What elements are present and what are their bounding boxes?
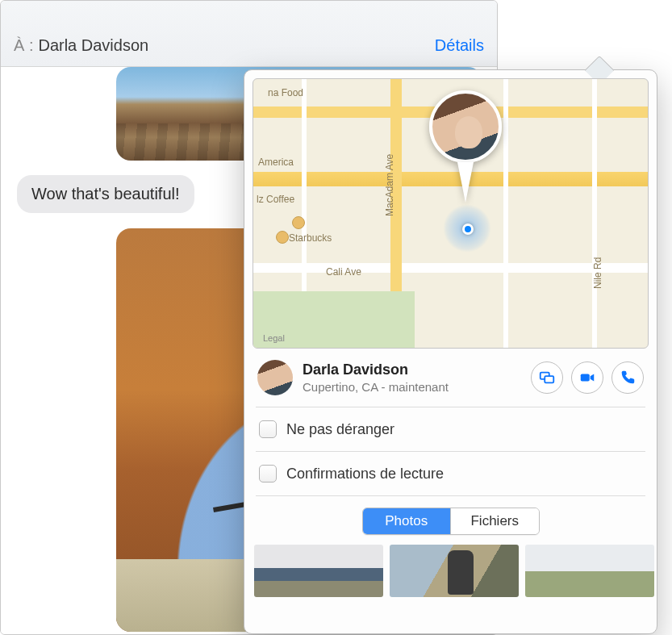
tab-photos[interactable]: Photos [363, 508, 451, 534]
map-legal-link[interactable]: Legal [263, 333, 285, 343]
tab-files[interactable]: Fichiers [450, 508, 539, 534]
svg-rect-2 [581, 374, 590, 381]
contact-location-status: Cupertino, CA - maintenant [303, 380, 531, 394]
option-label: Confirmations de lecture [286, 466, 444, 483]
recipient-name[interactable]: Darla Davidson [38, 36, 148, 55]
location-map[interactable]: na Food America lz Coffee Starbucks Cali… [253, 78, 649, 349]
attachment-thumbnails [244, 545, 657, 607]
video-call-button[interactable] [571, 361, 603, 394]
message-text: Wow that's beautiful! [31, 185, 180, 203]
avatar[interactable] [257, 360, 293, 395]
location-dot-icon [462, 224, 474, 235]
do-not-disturb-row[interactable]: Ne pas déranger [244, 407, 657, 451]
map-street-label: Nile Rd [592, 257, 603, 289]
map-poi-label: Starbucks [289, 232, 332, 244]
incoming-message-bubble[interactable]: Wow that's beautiful! [17, 175, 194, 213]
photo-thumbnail[interactable] [525, 545, 654, 597]
avatar [429, 90, 502, 163]
photo-thumbnail[interactable] [390, 545, 519, 597]
contact-location-pin[interactable] [429, 90, 502, 203]
audio-call-button[interactable] [611, 361, 644, 394]
map-poi-icon [276, 231, 289, 244]
map-poi-label: na Food [268, 87, 303, 98]
option-label: Ne pas déranger [286, 421, 394, 438]
screen-share-button[interactable] [531, 361, 563, 394]
conversation-header: À : Darla Davidson Détails [1, 1, 497, 67]
phone-icon [619, 369, 637, 386]
contact-name: Darla Davidson [303, 361, 531, 378]
details-popover: na Food America lz Coffee Starbucks Cali… [244, 69, 657, 634]
screens-icon [538, 369, 556, 386]
checkbox[interactable] [259, 465, 277, 483]
photo-thumbnail[interactable] [254, 545, 383, 597]
checkbox[interactable] [259, 420, 277, 438]
to-label: À : [14, 36, 33, 55]
map-poi-label: America [258, 157, 294, 168]
map-poi-icon [292, 216, 305, 229]
details-button[interactable]: Détails [435, 36, 484, 55]
contact-summary-row: Darla Davidson Cupertino, CA - maintenan… [244, 349, 657, 407]
video-icon [578, 369, 596, 386]
map-street-label: MacAdam Ave [384, 154, 395, 216]
read-receipts-row[interactable]: Confirmations de lecture [244, 452, 657, 495]
map-poi-label: lz Coffee [257, 194, 294, 205]
svg-rect-1 [545, 376, 553, 382]
attachments-segmented-control: Photos Fichiers [362, 508, 540, 535]
map-street-label: Cali Ave [326, 266, 361, 278]
